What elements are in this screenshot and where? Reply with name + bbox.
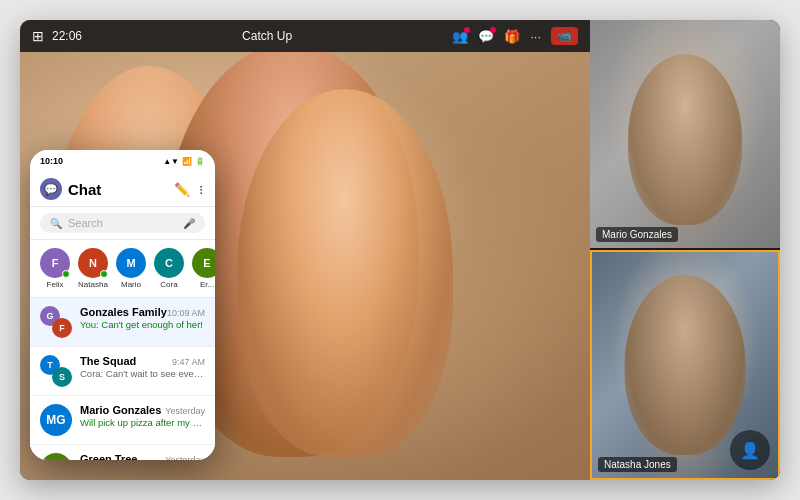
gonzales-family-avatar: G F — [40, 306, 72, 338]
search-box[interactable]: 🔍 Search 🎤 — [40, 213, 205, 233]
chat-list: G F Gonzales Family 10:09 AM You: Can't … — [30, 298, 215, 460]
squad-content: The Squad 9:47 AM Cora: Can't wait to se… — [80, 355, 205, 379]
teams-topbar: ⊞ 22:06 Catch Up 👥 💬 🎁 ··· 📹 — [20, 20, 590, 52]
mario-preview: Will pick up pizza after my practice. — [80, 417, 205, 428]
avatar-er[interactable]: E Er... — [192, 248, 215, 289]
wifi-icon: 📶 — [182, 157, 192, 166]
status-icons: ▲▼ 📶 🔋 — [163, 157, 205, 166]
mario-header-row: Mario Gonzales Yesterday — [80, 404, 205, 416]
avatar-felix[interactable]: F Felix — [40, 248, 70, 289]
pta-name: Green Tree House PTA — [80, 453, 165, 460]
search-bar[interactable]: 🔍 Search 🎤 — [30, 207, 215, 240]
chat-item-gonzales-family[interactable]: G F Gonzales Family 10:09 AM You: Can't … — [30, 298, 215, 347]
reactions-icon[interactable]: 🎁 — [504, 29, 520, 44]
participant-mario: Mario Gonzales — [590, 20, 780, 250]
squad-avatar: T S — [40, 355, 72, 387]
chat-icon[interactable]: 💬 — [478, 29, 494, 44]
mario-name-label: Mario Gonzales — [596, 227, 678, 242]
cora-avatar: C — [154, 248, 184, 278]
mario-chat-avatar: MG — [40, 404, 72, 436]
er-avatar: E — [192, 248, 215, 278]
pta-header-row: Green Tree House PTA Yesterday — [80, 453, 205, 460]
avatar-mario[interactable]: M Mario — [116, 248, 146, 289]
mic-icon[interactable]: 🎤 — [183, 218, 195, 229]
chat-item-squad[interactable]: T S The Squad 9:47 AM Cora: Can't wait t… — [30, 347, 215, 396]
avatar-cora[interactable]: C Cora — [154, 248, 184, 289]
participant-icon: 👤 — [730, 430, 770, 470]
participant-natasha: Natasha Jones 👤 — [590, 250, 780, 480]
topbar-title: Catch Up — [82, 29, 452, 43]
online-indicator — [100, 270, 108, 278]
natasha-name-label: Natasha Jones — [598, 457, 677, 472]
squad-name: The Squad — [80, 355, 136, 367]
filter-icon[interactable]: ⫶ — [198, 182, 205, 197]
avatar-row: F Felix N Natasha M Mario C Cora E Er... — [30, 240, 215, 298]
mario-content: Mario Gonzales Yesterday Will pick up pi… — [80, 404, 205, 428]
phone-status-bar: 10:10 ▲▼ 📶 🔋 — [30, 150, 215, 172]
mario-avatar: M — [116, 248, 146, 278]
mobile-phone: 10:10 ▲▼ 📶 🔋 💬 Chat ✏️ ⫶ 🔍 — [30, 150, 215, 460]
squad-preview: Cora: Can't wait to see everyone! — [80, 368, 205, 379]
gonzales-family-content: Gonzales Family 10:09 AM You: Can't get … — [80, 306, 205, 330]
new-chat-icon[interactable]: ✏️ — [174, 182, 190, 197]
chat-bubble-icon: 💬 — [44, 183, 58, 196]
gonzales-name: Gonzales Family — [80, 306, 167, 318]
natasha-avatar: N — [78, 248, 108, 278]
gonzales-header-row: Gonzales Family 10:09 AM — [80, 306, 205, 318]
chat-item-mario[interactable]: MG Mario Gonzales Yesterday Will pick up… — [30, 396, 215, 445]
topbar-icons: 👥 💬 🎁 ··· 📹 — [452, 27, 578, 45]
search-icon: 🔍 — [50, 218, 62, 229]
teams-chat-icon: 💬 — [40, 178, 62, 200]
header-action-icons: ✏️ ⫶ — [174, 182, 205, 197]
grid-icon: ⊞ — [32, 28, 44, 44]
chat-header: 💬 Chat ✏️ ⫶ — [30, 172, 215, 207]
chat-title-row: 💬 Chat — [40, 178, 101, 200]
pta-content: Green Tree House PTA Yesterday — [80, 453, 205, 460]
phone-time: 10:10 — [40, 156, 63, 166]
gonzales-time: 10:09 AM — [167, 308, 205, 318]
squad-header-row: The Squad 9:47 AM — [80, 355, 205, 367]
cora-name: Cora — [160, 280, 177, 289]
participants-icon[interactable]: 👥 — [452, 29, 468, 44]
battery-icon: 🔋 — [195, 157, 205, 166]
topbar-time: 22:06 — [52, 29, 82, 43]
online-indicator — [62, 270, 70, 278]
pta-time: Yesterday — [165, 455, 205, 460]
mario-name: Mario — [121, 280, 141, 289]
search-placeholder: Search — [68, 217, 177, 229]
natasha-name: Natasha — [78, 280, 108, 289]
chat-item-pta[interactable]: GT Green Tree House PTA Yesterday — [30, 445, 215, 460]
side-panel: Mario Gonzales Natasha Jones 👤 — [590, 20, 780, 480]
mario-time: Yesterday — [165, 406, 205, 416]
app-container: Mario Gonzales Natasha Jones 👤 ⊞ 22:06 C… — [20, 20, 780, 480]
pta-avatar: GT — [40, 453, 72, 460]
er-name: Er... — [200, 280, 214, 289]
signal-icon: ▲▼ — [163, 157, 179, 166]
gonzales-preview: You: Can't get enough of her! — [80, 319, 205, 330]
mario-chat-name: Mario Gonzales — [80, 404, 161, 416]
squad-time: 9:47 AM — [172, 357, 205, 367]
chat-title: Chat — [68, 181, 101, 198]
felix-name: Felix — [47, 280, 64, 289]
camera-button[interactable]: 📹 — [551, 27, 578, 45]
felix-avatar: F — [40, 248, 70, 278]
avatar-natasha[interactable]: N Natasha — [78, 248, 108, 289]
more-icon[interactable]: ··· — [530, 29, 541, 44]
